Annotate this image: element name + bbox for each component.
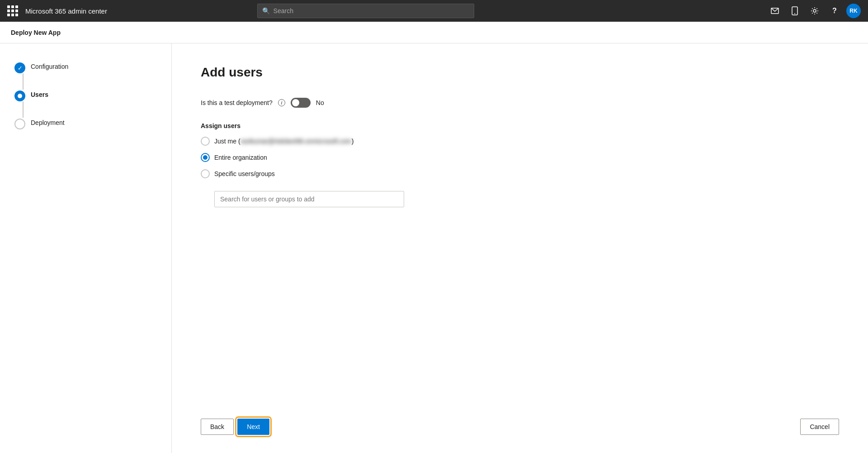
search-icon: 🔍 [262, 7, 270, 14]
radio-circle-just-me [201, 137, 210, 146]
radio-circle-specific-users [201, 169, 210, 178]
radio-label-just-me: Just me (ravikumar@Adobe496.onmicrosoft.… [214, 138, 354, 145]
radio-label-entire-org: Entire organization [214, 154, 267, 161]
svg-point-3 [813, 10, 816, 12]
step-circle-deployment [14, 119, 25, 129]
next-button[interactable]: Next [237, 419, 269, 435]
search-input[interactable] [274, 7, 469, 14]
waffle-menu[interactable] [7, 5, 18, 16]
info-icon[interactable]: i [278, 99, 285, 106]
radio-just-me[interactable]: Just me (ravikumar@Adobe496.onmicrosoft.… [201, 137, 839, 146]
user-search-input[interactable] [214, 191, 404, 207]
step-users: Users [14, 90, 157, 101]
step-label-users: Users [31, 90, 48, 98]
step-circle-configuration: ✓ [14, 62, 25, 73]
topnav-icons: ? RK [767, 3, 861, 19]
subheader: Deploy New App [0, 22, 868, 43]
cancel-button[interactable]: Cancel [800, 419, 839, 435]
radio-label-specific-users: Specific users/groups [214, 170, 275, 177]
test-deployment-label: Is this a test deployment? [201, 99, 273, 106]
test-deployment-row: Is this a test deployment? i No [201, 98, 839, 108]
step-label-configuration: Configuration [31, 62, 68, 70]
user-avatar[interactable]: RK [846, 4, 861, 18]
toggle-label: No [316, 99, 324, 106]
page-breadcrumb: Deploy New App [11, 29, 61, 36]
main-container: ✓ Configuration Users Deployment Add use… [0, 43, 868, 453]
step-connector-2 [23, 101, 24, 118]
footer-buttons: Back Next Cancel [201, 419, 839, 435]
radio-entire-org[interactable]: Entire organization [201, 153, 839, 162]
app-title: Microsoft 365 admin center [25, 7, 107, 15]
help-icon[interactable]: ? [826, 3, 843, 19]
user-search-container [214, 191, 839, 207]
svg-point-2 [794, 13, 795, 14]
top-navigation: Microsoft 365 admin center 🔍 ? RK [0, 0, 868, 22]
step-connector-1 [23, 73, 24, 90]
radio-specific-users[interactable]: Specific users/groups [201, 169, 839, 178]
radio-circle-entire-org [201, 153, 210, 162]
step-deployment: Deployment [14, 118, 157, 129]
stepper-panel: ✓ Configuration Users Deployment [0, 43, 172, 453]
assign-users-section: Assign users Just me (ravikumar@Adobe496… [201, 122, 839, 207]
mail-icon[interactable] [767, 3, 783, 19]
assign-users-label: Assign users [201, 122, 839, 129]
test-deployment-toggle[interactable] [291, 98, 311, 108]
content-panel: Add users Is this a test deployment? i N… [172, 43, 868, 453]
page-heading: Add users [201, 65, 839, 80]
step-configuration: ✓ Configuration [14, 62, 157, 73]
global-search-bar[interactable]: 🔍 [257, 4, 474, 18]
settings-icon[interactable] [807, 3, 823, 19]
step-circle-users [14, 91, 25, 101]
email-blurred: ravikumar@Adobe496.onmicrosoft.com [241, 138, 352, 145]
step-label-deployment: Deployment [31, 118, 65, 126]
user-assignment-radio-group: Just me (ravikumar@Adobe496.onmicrosoft.… [201, 137, 839, 207]
device-icon[interactable] [787, 3, 803, 19]
back-button[interactable]: Back [201, 419, 234, 435]
